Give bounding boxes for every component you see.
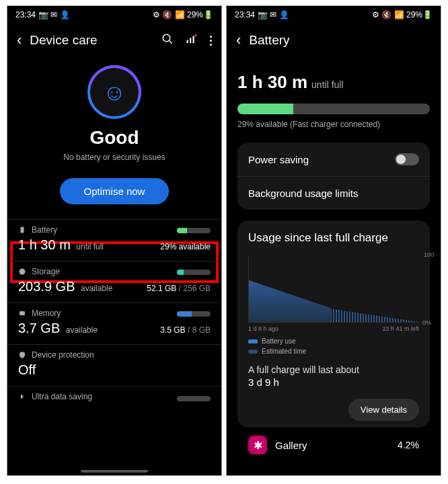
memory-label: Memory bbox=[32, 309, 61, 318]
chart-label-right: 23 h 41 m left bbox=[382, 325, 419, 332]
status-bar: 23:34 📷 ✉ 👤 ⚙ 🔇 📶 29%🔋 bbox=[7, 6, 221, 24]
memory-section[interactable]: Memory 3.7 GB available 3.5 GB / 8 GB bbox=[7, 302, 221, 344]
full-charge-text: A full charge will last about bbox=[248, 364, 419, 375]
storage-value: 203.9 GB bbox=[18, 279, 75, 294]
app-row-gallery[interactable]: ✱ Gallery 4.2% bbox=[237, 428, 430, 462]
power-saving-label: Power saving bbox=[248, 154, 309, 165]
svg-rect-8 bbox=[20, 311, 25, 315]
protection-value: Off bbox=[18, 362, 36, 378]
optimise-button[interactable]: Optimise now bbox=[60, 178, 170, 204]
header: ‹ Device care bbox=[7, 24, 221, 61]
storage-bar-icon bbox=[177, 270, 211, 275]
status-icons-right: ⚙ 🔇 📶 29%🔋 bbox=[153, 10, 213, 19]
nav-handle[interactable] bbox=[81, 470, 148, 473]
memory-value: 3.7 GB bbox=[18, 321, 60, 335]
page-title: Battery bbox=[249, 33, 431, 48]
gallery-icon: ✱ bbox=[248, 436, 267, 454]
battery-screen: 23:34 📷 ✉ 👤 ⚙ 🔇 📶 29%🔋 ‹ Battery 1 h 30 … bbox=[226, 5, 441, 476]
svg-point-0 bbox=[163, 34, 170, 42]
svg-line-1 bbox=[169, 40, 172, 44]
ultra-bar-icon bbox=[177, 396, 211, 401]
view-details-button[interactable]: View details bbox=[348, 399, 419, 421]
status-icons-left: 📷 ✉ 👤 bbox=[38, 10, 70, 19]
svg-rect-4 bbox=[193, 36, 194, 44]
device-protection-section[interactable]: Device protection Off bbox=[7, 344, 221, 386]
battery-available: 29% available bbox=[160, 242, 211, 251]
storage-label: Storage bbox=[32, 267, 60, 276]
svg-rect-3 bbox=[190, 38, 191, 44]
availability-text: 29% available (Fast charger connected) bbox=[237, 120, 430, 129]
header: ‹ Battery bbox=[227, 24, 441, 61]
svg-point-5 bbox=[195, 34, 197, 36]
status-title: Good bbox=[7, 127, 221, 149]
status-subtitle: No battery or security issues bbox=[7, 153, 221, 162]
battery-value: 1 h 30 m bbox=[18, 237, 71, 252]
svg-rect-2 bbox=[187, 40, 188, 44]
more-icon[interactable] bbox=[210, 36, 212, 46]
power-saving-row[interactable]: Power saving bbox=[237, 143, 430, 177]
app-name: Gallery bbox=[275, 440, 389, 451]
back-icon[interactable]: ‹ bbox=[17, 32, 22, 49]
ultra-label: Ultra data saving bbox=[32, 392, 92, 401]
page-title: Device care bbox=[30, 33, 161, 48]
status-bar: 23:34 📷 ✉ 👤 ⚙ 🔇 📶 29%🔋 bbox=[227, 6, 441, 24]
ultra-data-saving-section[interactable]: Ultra data saving bbox=[7, 386, 221, 409]
svg-point-7 bbox=[20, 269, 26, 275]
device-care-screen: 23:34 📷 ✉ 👤 ⚙ 🔇 📶 29%🔋 ‹ Device care ☺ G… bbox=[7, 5, 222, 476]
app-percentage: 4.2% bbox=[398, 440, 419, 450]
battery-section[interactable]: Battery 1 h 30 m until full 29% availabl… bbox=[7, 219, 221, 261]
signal-icon[interactable] bbox=[186, 33, 198, 48]
storage-section[interactable]: Storage 203.9 GB available 52.1 GB / 256… bbox=[7, 261, 221, 302]
usage-card: Usage since last full charge 1000% 1 d 8… bbox=[237, 220, 430, 428]
usage-title: Usage since last full charge bbox=[248, 231, 419, 245]
background-limits-label: Background usage limits bbox=[248, 188, 358, 199]
memory-bar-icon bbox=[177, 311, 211, 317]
settings-card: Power saving Background usage limits bbox=[237, 143, 430, 210]
svg-rect-6 bbox=[21, 227, 24, 233]
power-saving-toggle[interactable] bbox=[395, 153, 419, 165]
charge-progress-bar bbox=[237, 104, 430, 114]
search-icon[interactable] bbox=[161, 33, 174, 48]
battery-label: Battery bbox=[32, 225, 57, 235]
protection-label: Device protection bbox=[32, 350, 94, 360]
usage-chart: 1000% bbox=[248, 255, 419, 323]
battery-bar-icon bbox=[177, 228, 211, 233]
chart-label-left: 1 d 8 h ago bbox=[248, 325, 278, 332]
background-limits-row[interactable]: Background usage limits bbox=[237, 177, 430, 210]
full-charge-duration: 3 d 9 h bbox=[248, 376, 419, 388]
clock: 23:34 bbox=[15, 10, 36, 19]
back-icon[interactable]: ‹ bbox=[236, 32, 241, 49]
status-icons-right: ⚙ 🔇 📶 29%🔋 bbox=[372, 10, 433, 19]
time-until-full: 1 h 30 m bbox=[237, 72, 307, 93]
clock: 23:34 bbox=[235, 10, 255, 19]
status-icons-left: 📷 ✉ 👤 bbox=[258, 10, 289, 19]
status-face-icon: ☺ bbox=[87, 65, 141, 119]
